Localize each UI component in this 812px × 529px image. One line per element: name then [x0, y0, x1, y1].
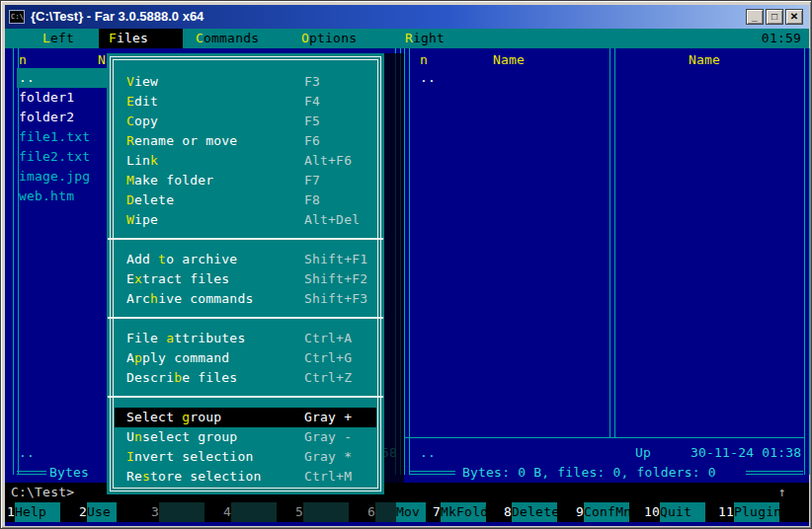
- right-status-size: Up: [635, 443, 651, 463]
- menu-item-describe-files[interactable]: Describe filesCtrl+Z: [115, 368, 376, 388]
- menu-item-apply-command[interactable]: Apply commandCtrl+G: [115, 348, 376, 368]
- right-bytes-line-right: [746, 471, 803, 475]
- clock: 01:59: [762, 29, 801, 48]
- far-manager-window: C:\ {C:\Test} - Far 3.0.5888.0 x64 _ □ ✕…: [0, 0, 812, 529]
- fkey-6[interactable]: 6: [367, 502, 397, 522]
- console-icon[interactable]: C:\: [9, 10, 25, 24]
- window-title: {C:\Test} - Far 3.0.5888.0 x64: [31, 7, 203, 27]
- right-panel-status-separator: [405, 437, 804, 438]
- file-row[interactable]: web.htm: [19, 187, 74, 206]
- updir-row[interactable]: ..: [420, 68, 436, 88]
- fkey-2-usermenu[interactable]: 2Use: [79, 502, 117, 522]
- menubar-left[interactable]: Left: [42, 29, 74, 48]
- menu-separator: [115, 309, 376, 329]
- menu-separator: [115, 230, 376, 250]
- function-key-bar: 1Help 2Use 3 4 5 6 Mov 7MkFold 8Delete 9…: [5, 502, 809, 522]
- menu-item-file-attributes[interactable]: File attributesCtrl+A: [115, 329, 376, 348]
- menu-item-delete[interactable]: DeleteF8: [115, 190, 376, 210]
- menubar-commands[interactable]: Commands: [196, 29, 259, 48]
- menubar-files[interactable]: Files: [99, 29, 183, 48]
- fkey-6-renmov-label[interactable]: Mov: [396, 502, 426, 522]
- menu-item-invert-selection[interactable]: Invert selectionGray *: [115, 447, 376, 467]
- history-up-arrow-icon[interactable]: ↑: [778, 483, 786, 502]
- menu-item-select-group[interactable]: Select groupGray +: [115, 408, 376, 427]
- right-panel-right-border: [804, 48, 810, 475]
- right-sort-letter: n: [420, 50, 428, 70]
- menubar-right[interactable]: Right: [405, 29, 445, 48]
- files-menu: ViewF3 EditF4 CopyF5 Rename or moveF6 Li…: [107, 53, 384, 494]
- menubar-options[interactable]: Options: [301, 29, 357, 48]
- menu-item-extract-files[interactable]: Extract filesShift+F2: [115, 269, 376, 289]
- maximize-button[interactable]: □: [766, 9, 783, 25]
- fkey-5[interactable]: 5: [295, 502, 349, 522]
- left-status-name: ..: [19, 443, 35, 463]
- left-sort-letter: n: [19, 50, 27, 70]
- right-panel-left-border: [404, 48, 410, 475]
- right-column-header-2[interactable]: Name: [689, 50, 720, 70]
- menu-bar: Left Files Commands Options Right 01:59: [5, 29, 809, 48]
- file-row[interactable]: file1.txt: [19, 127, 90, 147]
- menu-item-view[interactable]: ViewF3: [115, 72, 376, 92]
- fkey-7-mkfold[interactable]: 7MkFold: [433, 502, 486, 522]
- console-area: Left Files Commands Options Right 01:59 …: [5, 29, 809, 526]
- menu-item-add-to-archive[interactable]: Add to archiveShift+F1: [115, 250, 376, 269]
- left-bytes-label: Bytes: [49, 463, 89, 483]
- title-bar[interactable]: C:\ {C:\Test} - Far 3.0.5888.0 x64 _ □ ✕: [5, 5, 809, 29]
- right-status-datetime: 30-11-24 01:38: [690, 443, 801, 463]
- menu-item-rename-or-move[interactable]: Rename or moveF6: [115, 131, 376, 151]
- fkey-3[interactable]: 3: [151, 502, 204, 522]
- fkey-10-quit[interactable]: 10Quit: [644, 502, 705, 522]
- fkey-9-confmn[interactable]: 9ConfMn: [576, 502, 629, 522]
- right-bytes-line-left: [410, 471, 455, 475]
- file-row[interactable]: file2.txt: [19, 147, 90, 167]
- right-column-header-1[interactable]: Name: [493, 50, 525, 70]
- right-panel-column-divider: [609, 48, 615, 437]
- menu-item-archive-commands[interactable]: Archive commandsShift+F3: [115, 289, 376, 309]
- menu-item-copy[interactable]: CopyF5: [115, 112, 376, 131]
- menu-separator: [115, 388, 376, 408]
- menu-shadow: [383, 53, 404, 502]
- file-row[interactable]: image.jpg: [19, 167, 90, 187]
- menu-item-edit[interactable]: EditF4: [115, 92, 376, 112]
- right-status-name: ..: [420, 443, 436, 463]
- menu-item-restore-selection[interactable]: Restore selectionCtrl+M: [115, 467, 376, 487]
- right-bytes-summary: Bytes: 0 B, files: 0, folders: 0: [462, 463, 716, 483]
- fkey-11-plugin[interactable]: 11Plugin: [718, 502, 779, 522]
- file-row[interactable]: folder1: [19, 88, 74, 108]
- minimize-button[interactable]: _: [746, 9, 764, 25]
- menu-item-unselect-group[interactable]: Unselect groupGray -: [115, 427, 376, 447]
- menu-item-link[interactable]: LinkAlt+F6: [115, 151, 376, 171]
- left-bytes-line-left: [17, 471, 46, 475]
- close-button[interactable]: ✕: [785, 9, 803, 25]
- menu-item-wipe[interactable]: WipeAlt+Del: [115, 210, 376, 230]
- command-prompt: C:\Test>: [11, 483, 74, 502]
- file-row[interactable]: folder2: [19, 108, 74, 127]
- fkey-8-delete[interactable]: 8Delete: [504, 502, 557, 522]
- fkey-4[interactable]: 4: [223, 502, 277, 522]
- menu-item-make-folder[interactable]: Make folderF7: [115, 171, 376, 190]
- fkey-1-help[interactable]: 1Help: [7, 502, 60, 522]
